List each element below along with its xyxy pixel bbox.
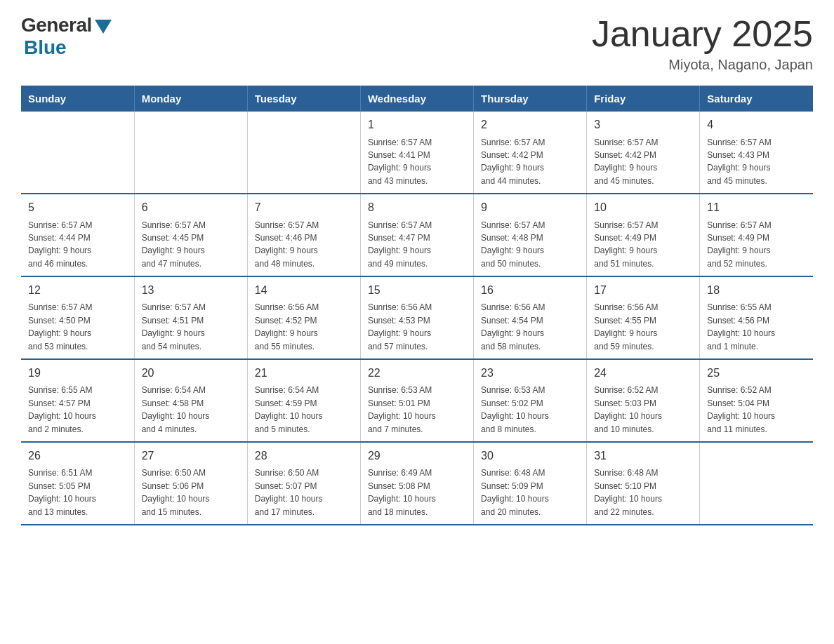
day-info: Sunrise: 6:55 AM Sunset: 4:57 PM Dayligh…	[28, 385, 96, 434]
day-number: 13	[142, 283, 240, 298]
weekday-header-thursday: Thursday	[474, 86, 587, 112]
calendar-cell: 22Sunrise: 6:53 AM Sunset: 5:01 PM Dayli…	[360, 359, 473, 442]
day-number: 9	[481, 200, 579, 215]
calendar-week-row: 19Sunrise: 6:55 AM Sunset: 4:57 PM Dayli…	[21, 359, 813, 442]
calendar-week-row: 12Sunrise: 6:57 AM Sunset: 4:50 PM Dayli…	[21, 276, 813, 359]
calendar-cell: 1Sunrise: 6:57 AM Sunset: 4:41 PM Daylig…	[360, 112, 473, 194]
day-number: 15	[368, 283, 466, 298]
weekday-header-tuesday: Tuesday	[247, 86, 360, 112]
day-number: 30	[481, 448, 579, 464]
day-number: 20	[142, 365, 240, 381]
day-number: 29	[368, 448, 466, 464]
calendar-cell: 17Sunrise: 6:56 AM Sunset: 4:55 PM Dayli…	[587, 276, 700, 359]
day-info: Sunrise: 6:57 AM Sunset: 4:43 PM Dayligh…	[707, 137, 771, 186]
day-info: Sunrise: 6:57 AM Sunset: 4:47 PM Dayligh…	[368, 220, 432, 269]
day-number: 12	[28, 283, 127, 298]
day-number: 23	[481, 365, 579, 381]
day-number: 28	[255, 448, 353, 464]
logo-arrow-icon	[95, 20, 112, 34]
day-number: 1	[368, 117, 466, 133]
day-info: Sunrise: 6:57 AM Sunset: 4:46 PM Dayligh…	[255, 220, 319, 269]
day-info: Sunrise: 6:57 AM Sunset: 4:41 PM Dayligh…	[368, 137, 432, 186]
page-title: January 2025	[592, 14, 813, 54]
calendar-cell: 4Sunrise: 6:57 AM Sunset: 4:43 PM Daylig…	[700, 112, 813, 194]
day-info: Sunrise: 6:52 AM Sunset: 5:04 PM Dayligh…	[707, 385, 775, 434]
day-info: Sunrise: 6:57 AM Sunset: 4:49 PM Dayligh…	[707, 220, 771, 269]
day-info: Sunrise: 6:53 AM Sunset: 5:02 PM Dayligh…	[481, 385, 549, 434]
day-info: Sunrise: 6:56 AM Sunset: 4:54 PM Dayligh…	[481, 302, 545, 351]
calendar-cell: 8Sunrise: 6:57 AM Sunset: 4:47 PM Daylig…	[360, 194, 473, 276]
calendar-cell: 6Sunrise: 6:57 AM Sunset: 4:45 PM Daylig…	[134, 194, 247, 276]
calendar-cell: 20Sunrise: 6:54 AM Sunset: 4:58 PM Dayli…	[134, 359, 247, 442]
calendar-cell	[134, 112, 247, 194]
calendar-cell: 25Sunrise: 6:52 AM Sunset: 5:04 PM Dayli…	[700, 359, 813, 442]
calendar-table: SundayMondayTuesdayWednesdayThursdayFrid…	[21, 86, 813, 525]
day-number: 17	[594, 283, 692, 298]
calendar-week-row: 1Sunrise: 6:57 AM Sunset: 4:41 PM Daylig…	[21, 112, 813, 194]
day-number: 10	[594, 200, 692, 215]
calendar-cell	[247, 112, 360, 194]
calendar-cell: 30Sunrise: 6:48 AM Sunset: 5:09 PM Dayli…	[474, 442, 587, 525]
calendar-cell: 19Sunrise: 6:55 AM Sunset: 4:57 PM Dayli…	[21, 359, 134, 442]
weekday-header-wednesday: Wednesday	[360, 86, 473, 112]
calendar-cell: 11Sunrise: 6:57 AM Sunset: 4:49 PM Dayli…	[700, 194, 813, 276]
day-info: Sunrise: 6:57 AM Sunset: 4:51 PM Dayligh…	[142, 302, 206, 351]
day-info: Sunrise: 6:57 AM Sunset: 4:49 PM Dayligh…	[594, 220, 658, 269]
day-info: Sunrise: 6:49 AM Sunset: 5:08 PM Dayligh…	[368, 468, 436, 516]
day-number: 31	[594, 448, 692, 464]
day-info: Sunrise: 6:50 AM Sunset: 5:07 PM Dayligh…	[255, 468, 323, 516]
calendar-cell: 24Sunrise: 6:52 AM Sunset: 5:03 PM Dayli…	[587, 359, 700, 442]
calendar-cell: 13Sunrise: 6:57 AM Sunset: 4:51 PM Dayli…	[134, 276, 247, 359]
calendar-cell: 16Sunrise: 6:56 AM Sunset: 4:54 PM Dayli…	[474, 276, 587, 359]
calendar-week-row: 26Sunrise: 6:51 AM Sunset: 5:05 PM Dayli…	[21, 442, 813, 525]
day-info: Sunrise: 6:56 AM Sunset: 4:55 PM Dayligh…	[594, 302, 658, 351]
day-info: Sunrise: 6:55 AM Sunset: 4:56 PM Dayligh…	[707, 302, 775, 351]
calendar-cell: 5Sunrise: 6:57 AM Sunset: 4:44 PM Daylig…	[21, 194, 134, 276]
calendar-cell: 7Sunrise: 6:57 AM Sunset: 4:46 PM Daylig…	[247, 194, 360, 276]
location-subtitle: Miyota, Nagano, Japan	[592, 57, 813, 73]
day-number: 16	[481, 283, 579, 298]
day-info: Sunrise: 6:51 AM Sunset: 5:05 PM Dayligh…	[28, 468, 96, 516]
day-number: 5	[28, 200, 127, 215]
calendar-cell: 2Sunrise: 6:57 AM Sunset: 4:42 PM Daylig…	[474, 112, 587, 194]
calendar-cell: 29Sunrise: 6:49 AM Sunset: 5:08 PM Dayli…	[360, 442, 473, 525]
day-number: 27	[142, 448, 240, 464]
day-number: 6	[142, 200, 240, 215]
day-number: 2	[481, 117, 579, 133]
day-number: 7	[255, 200, 353, 215]
day-info: Sunrise: 6:56 AM Sunset: 4:53 PM Dayligh…	[368, 302, 432, 351]
day-number: 18	[707, 283, 806, 298]
logo-blue-text: Blue	[24, 36, 67, 59]
day-info: Sunrise: 6:50 AM Sunset: 5:06 PM Dayligh…	[142, 468, 210, 516]
page-header: General Blue January 2025 Miyota, Nagano…	[21, 14, 813, 73]
calendar-week-row: 5Sunrise: 6:57 AM Sunset: 4:44 PM Daylig…	[21, 194, 813, 276]
day-info: Sunrise: 6:57 AM Sunset: 4:50 PM Dayligh…	[28, 302, 92, 351]
day-info: Sunrise: 6:53 AM Sunset: 5:01 PM Dayligh…	[368, 385, 436, 434]
day-number: 8	[368, 200, 466, 215]
calendar-cell: 23Sunrise: 6:53 AM Sunset: 5:02 PM Dayli…	[474, 359, 587, 442]
day-info: Sunrise: 6:56 AM Sunset: 4:52 PM Dayligh…	[255, 302, 319, 351]
calendar-cell: 10Sunrise: 6:57 AM Sunset: 4:49 PM Dayli…	[587, 194, 700, 276]
calendar-cell: 31Sunrise: 6:48 AM Sunset: 5:10 PM Dayli…	[587, 442, 700, 525]
day-number: 11	[707, 200, 806, 215]
calendar-cell: 27Sunrise: 6:50 AM Sunset: 5:06 PM Dayli…	[134, 442, 247, 525]
logo: General Blue	[21, 14, 112, 59]
title-block: January 2025 Miyota, Nagano, Japan	[592, 14, 813, 73]
day-number: 4	[707, 117, 806, 133]
weekday-header-row: SundayMondayTuesdayWednesdayThursdayFrid…	[21, 86, 813, 112]
calendar-cell: 12Sunrise: 6:57 AM Sunset: 4:50 PM Dayli…	[21, 276, 134, 359]
day-info: Sunrise: 6:57 AM Sunset: 4:42 PM Dayligh…	[594, 137, 658, 186]
calendar-cell	[700, 442, 813, 525]
day-number: 22	[368, 365, 466, 381]
day-number: 24	[594, 365, 692, 381]
day-info: Sunrise: 6:54 AM Sunset: 4:59 PM Dayligh…	[255, 385, 323, 434]
day-number: 25	[707, 365, 806, 381]
day-info: Sunrise: 6:54 AM Sunset: 4:58 PM Dayligh…	[142, 385, 210, 434]
day-info: Sunrise: 6:57 AM Sunset: 4:44 PM Dayligh…	[28, 220, 92, 269]
calendar-cell: 3Sunrise: 6:57 AM Sunset: 4:42 PM Daylig…	[587, 112, 700, 194]
calendar-cell: 9Sunrise: 6:57 AM Sunset: 4:48 PM Daylig…	[474, 194, 587, 276]
day-number: 3	[594, 117, 692, 133]
calendar-cell: 26Sunrise: 6:51 AM Sunset: 5:05 PM Dayli…	[21, 442, 134, 525]
day-info: Sunrise: 6:57 AM Sunset: 4:48 PM Dayligh…	[481, 220, 545, 269]
day-number: 19	[28, 365, 127, 381]
